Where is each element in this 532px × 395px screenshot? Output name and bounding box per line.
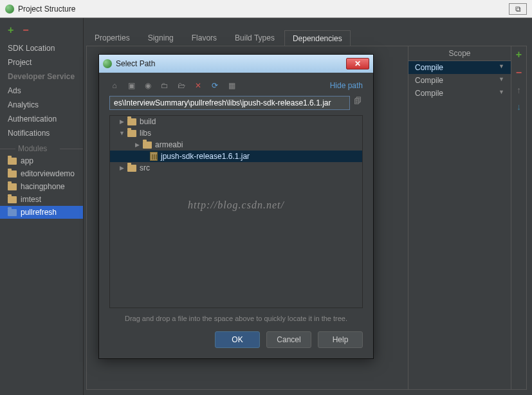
folder-icon [143, 142, 152, 149]
remove-icon[interactable]: − [516, 67, 522, 78]
tree-row[interactable]: ▼libs [110, 127, 362, 139]
home-icon[interactable]: ⌂ [109, 80, 120, 91]
folder-icon [8, 158, 17, 165]
folder-icon [8, 209, 17, 216]
dialog-titlebar[interactable]: Select Path ✕ [99, 55, 373, 73]
sidebar-item-project[interactable]: Project [0, 55, 83, 69]
tree-row[interactable]: ▶src [110, 162, 362, 174]
window-title: Project Structure [18, 5, 75, 14]
tree-row[interactable]: ▶build [110, 116, 362, 127]
sidebar-module-app[interactable]: app [0, 154, 83, 167]
project-icon[interactable]: ▣ [126, 80, 136, 91]
collapse-icon[interactable]: ▼ [119, 130, 124, 136]
chevron-down-icon: ▼ [499, 76, 504, 85]
chevron-down-icon: ▼ [499, 63, 504, 72]
sidebar-item-ads[interactable]: Ads [0, 84, 83, 98]
tab-signing[interactable]: Signing [140, 30, 182, 46]
sidebar-module-editorviewdemo[interactable]: editorviewdemo [0, 167, 83, 180]
app-icon [103, 59, 112, 68]
scope-column: Scope Compile▼ Compile▼ Compile▼ [408, 46, 511, 389]
module-icon[interactable]: ◉ [143, 80, 153, 91]
tree-label: build [140, 117, 156, 126]
scope-header: Scope [408, 46, 511, 61]
help-button[interactable]: Help [318, 331, 363, 348]
expand-icon[interactable]: ▶ [134, 142, 140, 148]
history-icon[interactable]: 🗐 [353, 96, 363, 106]
expand-icon[interactable]: ▶ [119, 165, 124, 171]
scope-value: Compile [415, 63, 443, 72]
folder-icon [127, 118, 136, 125]
sidebar-section-modules: Modules [0, 140, 83, 154]
tree-row[interactable]: ▶armeabi [110, 139, 362, 151]
tab-properties[interactable]: Properties [86, 30, 138, 46]
tabs: Properties Signing Flavors Build Types D… [84, 18, 532, 46]
drop-hint: Drag and drop a file into the space abov… [109, 308, 363, 331]
show-hidden-icon[interactable]: ▦ [226, 80, 237, 91]
module-label: imtest [21, 195, 41, 204]
sidebar-toolbar: + − [0, 24, 83, 41]
sidebar-item-auth[interactable]: Authentication [0, 112, 83, 126]
cancel-button[interactable]: Cancel [266, 331, 311, 348]
scope-value: Compile [415, 89, 443, 98]
add-icon[interactable]: + [8, 24, 14, 36]
folder-icon [127, 165, 136, 172]
module-label: pullrefresh [21, 208, 57, 217]
app-icon [5, 5, 14, 14]
watermark: http://blog.csdn.net/ [188, 199, 284, 211]
new-folder-icon[interactable]: 🗀 [160, 80, 170, 91]
jar-icon [150, 152, 158, 161]
sidebar-module-hacingphone[interactable]: hacingphone [0, 180, 83, 193]
path-row: 🗐 [109, 96, 363, 110]
tab-buildtypes[interactable]: Build Types [226, 30, 283, 46]
sidebar-module-imtest[interactable]: imtest [0, 193, 83, 206]
tree-label: src [140, 163, 150, 172]
folder-icon [127, 130, 136, 137]
sidebar-item-analytics[interactable]: Analytics [0, 98, 83, 112]
window-titlebar: Project Structure ⧉ [0, 0, 532, 18]
dialog-title: Select Path [116, 59, 155, 68]
sidebar-item-notifications[interactable]: Notifications [0, 126, 83, 140]
tree-label: jpush-sdk-release1.6.1.jar [161, 152, 250, 161]
expand-icon[interactable]: ▶ [119, 118, 124, 125]
scope-row[interactable]: Compile▼ [408, 74, 511, 87]
scope-value: Compile [415, 76, 443, 85]
window-sys-button[interactable]: ⧉ [509, 3, 527, 15]
sidebar-header-devservices: Developer Service [0, 69, 83, 84]
file-tree[interactable]: ▶build ▼libs ▶armeabi jpush-sdk-release1… [109, 115, 363, 308]
refresh-icon[interactable]: ⟳ [210, 80, 220, 91]
remove-icon[interactable]: − [23, 24, 28, 36]
move-down-icon[interactable]: ↓ [517, 102, 521, 112]
tree-label: libs [140, 129, 151, 138]
scope-row[interactable]: Compile▼ [408, 61, 511, 74]
module-label: app [21, 156, 33, 165]
folder-icon [8, 170, 17, 178]
tab-flavors[interactable]: Flavors [183, 30, 225, 46]
dialog-toolbar: ⌂ ▣ ◉ 🗀 🗁 ✕ ⟳ ▦ Hide path [109, 80, 363, 91]
module-label: editorviewdemo [21, 169, 75, 178]
tree-row-selected[interactable]: jpush-sdk-release1.6.1.jar [110, 151, 362, 162]
dialog-buttons: OK Cancel Help [109, 331, 363, 349]
open-folder-icon[interactable]: 🗁 [176, 80, 187, 91]
tab-dependencies[interactable]: Dependencies [284, 30, 351, 46]
folder-icon [8, 183, 17, 190]
delete-icon[interactable]: ✕ [193, 80, 203, 91]
scope-row[interactable]: Compile▼ [408, 87, 511, 100]
close-icon[interactable]: ✕ [346, 58, 369, 69]
path-input[interactable] [109, 96, 350, 110]
move-up-icon[interactable]: ↑ [517, 85, 521, 95]
sidebar-item-sdk[interactable]: SDK Location [0, 41, 83, 55]
ok-button[interactable]: OK [215, 331, 260, 348]
tree-label: armeabi [155, 140, 183, 149]
sidebar: + − SDK Location Project Developer Servi… [0, 18, 84, 395]
dep-side-toolbar: + − ↑ ↓ [511, 46, 526, 389]
sidebar-module-pullrefresh[interactable]: pullrefresh [0, 206, 83, 219]
module-label: hacingphone [21, 182, 65, 191]
add-icon[interactable]: + [516, 49, 522, 60]
hide-path-link[interactable]: Hide path [330, 81, 363, 90]
select-path-dialog: Select Path ✕ ⌂ ▣ ◉ 🗀 🗁 ✕ ⟳ ▦ Hide path … [98, 54, 374, 359]
dialog-body: ⌂ ▣ ◉ 🗀 🗁 ✕ ⟳ ▦ Hide path 🗐 ▶build ▼libs… [99, 73, 373, 358]
chevron-down-icon: ▼ [499, 89, 504, 98]
folder-icon [8, 196, 17, 203]
